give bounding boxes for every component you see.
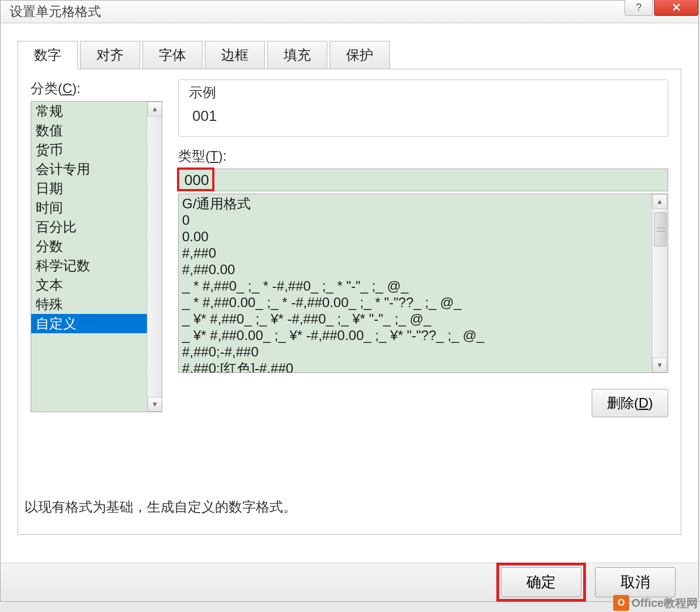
format-item[interactable]: #,##0;[红色]-#,##0 [182, 360, 648, 372]
format-item[interactable]: 0 [182, 212, 648, 228]
dialog-body: 数字 对齐 字体 边框 填充 保护 分类(C): 常规 数值 货币 [1, 23, 698, 601]
tab-content: 分类(C): 常规 数值 货币 会计专用 日期 时间 百分比 分数 科学记数 [18, 69, 681, 535]
tab-fill[interactable]: 填充 [267, 41, 327, 69]
category-listbox[interactable]: 常规 数值 货币 会计专用 日期 时间 百分比 分数 科学记数 文本 特殊 自定… [31, 101, 162, 412]
scrollbar-thumb[interactable] [654, 212, 667, 246]
titlebar: 设置单元格格式 ? ✕ [1, 1, 698, 23]
category-item[interactable]: 时间 [31, 198, 148, 217]
cancel-button[interactable]: 取消 [595, 567, 676, 597]
format-item[interactable]: #,##0;-#,##0 [182, 343, 648, 360]
help-icon: ? [636, 2, 642, 14]
format-item[interactable]: _ * #,##0_ ;_ * -#,##0_ ;_ * "-"_ ;_ @_ [182, 278, 648, 294]
tab-alignment[interactable]: 对齐 [80, 41, 140, 69]
main-row: 分类(C): 常规 数值 货币 会计专用 日期 时间 百分比 分数 科学记数 [31, 79, 668, 417]
category-item-selected[interactable]: 自定义 [31, 314, 148, 333]
format-item[interactable]: #,##0 [182, 245, 648, 261]
titlebar-buttons: ? ✕ [625, 0, 698, 16]
category-item[interactable]: 科学记数 [31, 256, 148, 275]
close-button[interactable]: ✕ [654, 0, 698, 16]
scroll-up-icon[interactable]: ▲ [147, 102, 162, 116]
scroll-down-icon[interactable]: ▼ [147, 397, 162, 412]
tab-font[interactable]: 字体 [142, 41, 203, 69]
ok-button[interactable]: 确定 [501, 567, 581, 597]
category-item[interactable]: 货币 [31, 140, 148, 160]
category-item[interactable]: 数值 [31, 121, 148, 140]
category-item[interactable]: 日期 [31, 179, 148, 198]
delete-row: 删除(D) [178, 389, 668, 417]
dialog-title: 设置单元格格式 [10, 3, 101, 20]
category-item[interactable]: 特殊 [31, 295, 148, 314]
format-item[interactable]: _ ¥* #,##0_ ;_ ¥* -#,##0_ ;_ ¥* "-"_ ;_ … [182, 311, 648, 327]
right-column: 示例 001 类型(T): G/通用格式 0 0.00 [178, 79, 668, 417]
close-icon: ✕ [672, 1, 681, 14]
scroll-down-icon[interactable]: ▼ [652, 358, 667, 372]
example-value: 001 [189, 107, 657, 125]
format-item[interactable]: _ * #,##0.00_ ;_ * -#,##0.00_ ;_ * "-"??… [182, 294, 648, 311]
help-button[interactable]: ? [625, 0, 653, 16]
type-label: 类型(T): [178, 147, 668, 165]
tab-protection[interactable]: 保护 [330, 41, 390, 69]
delete-button[interactable]: 删除(D) [592, 389, 668, 417]
tab-bar: 数字 对齐 字体 边框 填充 保护 [18, 40, 681, 69]
category-item[interactable]: 百分比 [31, 217, 148, 237]
type-input-wrap [178, 169, 668, 191]
example-groupbox: 示例 001 [178, 79, 668, 137]
format-scrollbar[interactable]: ▲ ▼ [652, 194, 668, 372]
watermark-text: Office教程网 [631, 596, 698, 611]
watermark: O Office教程网 [613, 595, 698, 611]
format-listbox[interactable]: G/通用格式 0 0.00 #,##0 #,##0.00 _ * #,##0_ … [178, 194, 668, 373]
category-column: 分类(C): 常规 数值 货币 会计专用 日期 时间 百分比 分数 科学记数 [31, 79, 163, 417]
ok-button-wrap: 确定 [501, 567, 581, 597]
example-label: 示例 [189, 83, 657, 102]
tab-border[interactable]: 边框 [205, 41, 265, 69]
format-item[interactable]: G/通用格式 [182, 195, 648, 212]
category-item[interactable]: 常规 [31, 102, 148, 121]
category-item[interactable]: 分数 [31, 237, 148, 256]
tab-number[interactable]: 数字 [18, 41, 78, 69]
category-item[interactable]: 会计专用 [31, 160, 148, 179]
category-label: 分类(C): [31, 79, 163, 98]
category-list-inner: 常规 数值 货币 会计专用 日期 时间 百分比 分数 科学记数 文本 特殊 自定… [31, 102, 148, 412]
format-cells-dialog: 设置单元格格式 ? ✕ 数字 对齐 字体 边框 填充 保护 分类(C): [0, 0, 699, 602]
scroll-up-icon[interactable]: ▲ [652, 194, 667, 209]
hint-text: 以现有格式为基础，生成自定义的数字格式。 [24, 498, 297, 516]
watermark-icon: O [613, 595, 629, 611]
format-item[interactable]: 0.00 [182, 228, 648, 245]
category-scrollbar[interactable]: ▲ ▼ [147, 102, 162, 412]
type-input[interactable] [178, 169, 668, 191]
category-item[interactable]: 文本 [31, 275, 148, 295]
format-item[interactable]: #,##0.00 [182, 261, 648, 278]
format-item[interactable]: _ ¥* #,##0.00_ ;_ ¥* -#,##0.00_ ;_ ¥* "-… [182, 327, 648, 343]
format-list-inner: G/通用格式 0 0.00 #,##0 #,##0.00 _ * #,##0_ … [179, 194, 652, 372]
dialog-footer: 确定 取消 [1, 563, 698, 601]
